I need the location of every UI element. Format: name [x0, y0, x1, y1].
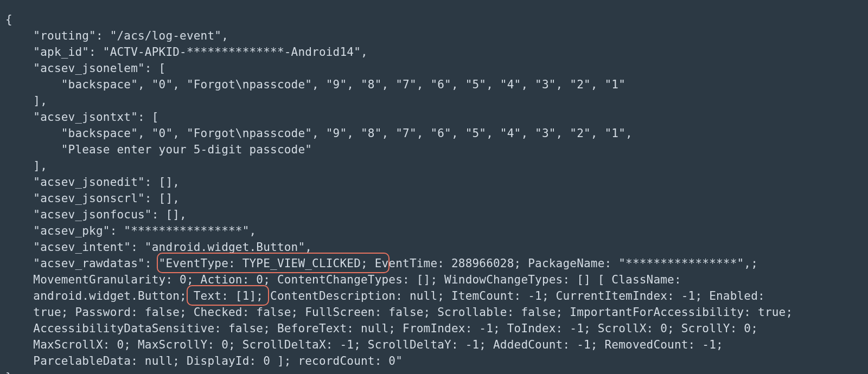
line-jsonelem-open: "acsev_jsonelem": [	[0, 62, 165, 75]
line-jsontxt-vals1: "backspace", "0", "Forgot\npasscode", "9…	[0, 127, 633, 140]
line-raw5: AccessibilityDataSensitive: false; Befor…	[0, 322, 758, 335]
line-raw7: ParcelableData: null; DisplayId: 0 ]; re…	[0, 354, 403, 367]
line-raw6: MaxScrollX: 0; MaxScrollY: 0; ScrollDelt…	[0, 338, 723, 351]
line-jsonfocus: "acsev_jsonfocus": [],	[0, 208, 187, 221]
line-raw3: android.widget.Button; Text: [1]; Conten…	[0, 289, 765, 302]
line-intent: "acsev_intent": "android.widget.Button",	[0, 241, 312, 254]
line-apk-id: "apk_id": "ACTV-APKID-**************-And…	[0, 46, 368, 59]
line-jsontxt-open: "acsev_jsontxt": [	[0, 111, 159, 124]
line-jsontxt-close: ],	[0, 159, 47, 172]
line-jsonelem-vals: "backspace", "0", "Forgot\npasscode", "9…	[0, 78, 626, 91]
brace-open: {	[0, 13, 12, 26]
json-code: { "routing": "/acs/log-event", "apk_id":…	[0, 11, 868, 374]
line-raw1: "acsev_rawdatas": "EventType: TYPE_VIEW_…	[0, 257, 758, 270]
line-routing: "routing": "/acs/log-event",	[0, 29, 228, 42]
line-raw2: MovementGranularity: 0; Action: 0; Conte…	[0, 273, 681, 286]
line-jsonscrl: "acsev_jsonscrl": [],	[0, 192, 180, 205]
line-jsontxt-vals2: "Please enter your 5-digit passcode"	[0, 143, 312, 156]
line-jsonelem-close: ],	[0, 94, 47, 107]
brace-close: }	[0, 371, 12, 374]
line-pkg: "acsev_pkg": "****************",	[0, 224, 256, 237]
line-jsonedit: "acsev_jsonedit": [],	[0, 176, 180, 189]
line-raw4: true; Password: false; Checked: false; F…	[0, 306, 793, 319]
code-viewer: { "routing": "/acs/log-event", "apk_id":…	[0, 11, 868, 374]
